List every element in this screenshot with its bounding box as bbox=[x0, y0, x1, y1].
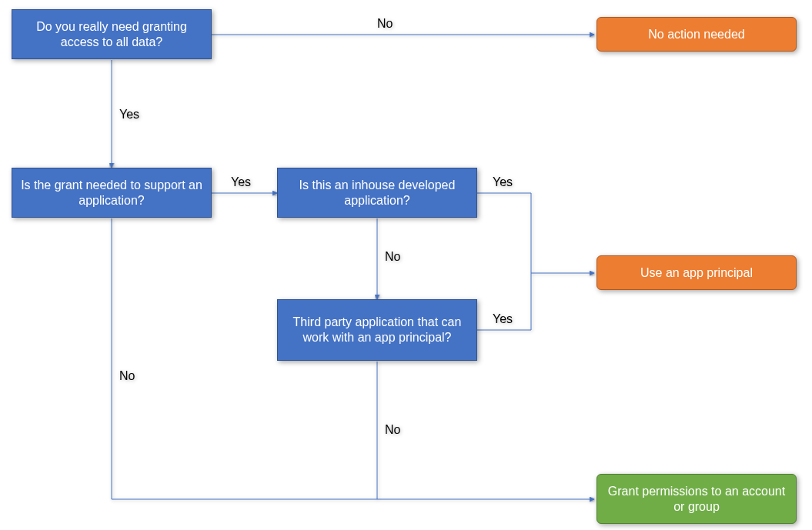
decision-q1: Do you really need granting access to al… bbox=[12, 9, 212, 59]
terminal-grant-account-label: Grant permissions to an account or group bbox=[605, 484, 788, 515]
decision-q1-label: Do you really need granting access to al… bbox=[20, 19, 203, 50]
terminal-grant-account: Grant permissions to an account or group bbox=[596, 474, 797, 524]
edge-label-q2-yes: Yes bbox=[231, 175, 251, 189]
edge-label-q2-no: No bbox=[119, 369, 135, 383]
edge-label-q4-no: No bbox=[385, 423, 400, 437]
decision-q3: Is this an inhouse developed application… bbox=[277, 168, 477, 218]
edge-label-q4-yes: Yes bbox=[493, 312, 513, 326]
decision-q4: Third party application that can work wi… bbox=[277, 299, 477, 361]
edge-label-q1-no: No bbox=[377, 17, 393, 31]
edge-label-q3-no: No bbox=[385, 250, 400, 264]
decision-q4-label: Third party application that can work wi… bbox=[286, 315, 469, 345]
terminal-no-action-label: No action needed bbox=[648, 27, 744, 42]
edge-label-q1-yes: Yes bbox=[119, 108, 139, 122]
decision-q3-label: Is this an inhouse developed application… bbox=[286, 178, 469, 208]
terminal-app-principal-label: Use an app principal bbox=[640, 265, 753, 281]
decision-q2: Is the grant needed to support an applic… bbox=[12, 168, 212, 218]
decision-q2-label: Is the grant needed to support an applic… bbox=[20, 178, 203, 208]
flowchart-canvas: Do you really need granting access to al… bbox=[0, 0, 812, 530]
terminal-no-action: No action needed bbox=[596, 17, 797, 52]
edge-label-q3-yes: Yes bbox=[493, 175, 513, 189]
terminal-app-principal: Use an app principal bbox=[596, 255, 797, 290]
